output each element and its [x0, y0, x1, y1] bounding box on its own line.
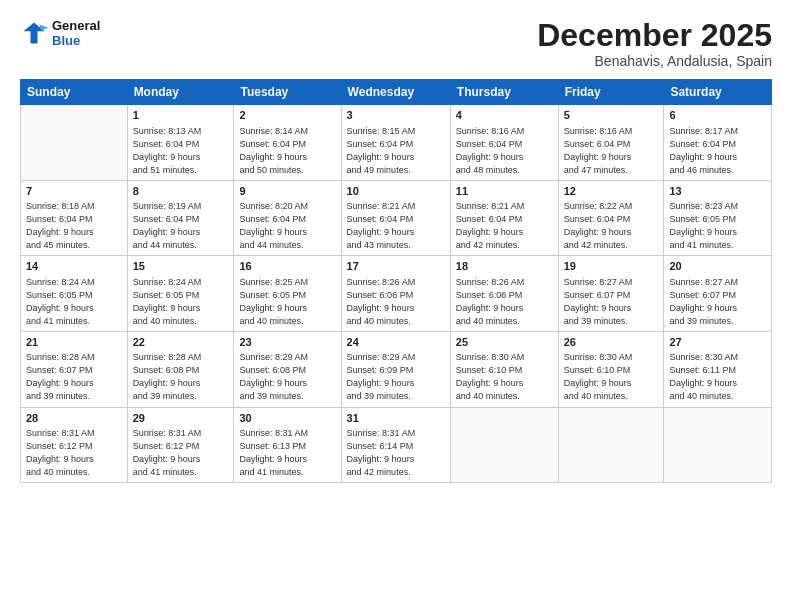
- day-number: 1: [133, 108, 229, 123]
- calendar-cell: [558, 407, 664, 483]
- day-number: 23: [239, 335, 335, 350]
- day-number: 6: [669, 108, 766, 123]
- cell-info: Sunrise: 8:14 AMSunset: 6:04 PMDaylight:…: [239, 125, 335, 177]
- cell-info: Sunrise: 8:24 AMSunset: 6:05 PMDaylight:…: [133, 276, 229, 328]
- calendar-cell: 29Sunrise: 8:31 AMSunset: 6:12 PMDayligh…: [127, 407, 234, 483]
- calendar-cell: 26Sunrise: 8:30 AMSunset: 6:10 PMDayligh…: [558, 331, 664, 407]
- calendar-cell: 25Sunrise: 8:30 AMSunset: 6:10 PMDayligh…: [450, 331, 558, 407]
- cell-info: Sunrise: 8:15 AMSunset: 6:04 PMDaylight:…: [347, 125, 445, 177]
- calendar-cell: 20Sunrise: 8:27 AMSunset: 6:07 PMDayligh…: [664, 256, 772, 332]
- day-number: 18: [456, 259, 553, 274]
- cell-info: Sunrise: 8:25 AMSunset: 6:05 PMDaylight:…: [239, 276, 335, 328]
- calendar-week-row: 1Sunrise: 8:13 AMSunset: 6:04 PMDaylight…: [21, 105, 772, 181]
- calendar-cell: 16Sunrise: 8:25 AMSunset: 6:05 PMDayligh…: [234, 256, 341, 332]
- cell-info: Sunrise: 8:13 AMSunset: 6:04 PMDaylight:…: [133, 125, 229, 177]
- day-number: 24: [347, 335, 445, 350]
- calendar-week-row: 28Sunrise: 8:31 AMSunset: 6:12 PMDayligh…: [21, 407, 772, 483]
- day-number: 5: [564, 108, 659, 123]
- calendar-cell: 9Sunrise: 8:20 AMSunset: 6:04 PMDaylight…: [234, 180, 341, 256]
- cell-info: Sunrise: 8:20 AMSunset: 6:04 PMDaylight:…: [239, 200, 335, 252]
- calendar-cell: 30Sunrise: 8:31 AMSunset: 6:13 PMDayligh…: [234, 407, 341, 483]
- day-number: 3: [347, 108, 445, 123]
- calendar-cell: 22Sunrise: 8:28 AMSunset: 6:08 PMDayligh…: [127, 331, 234, 407]
- calendar-week-row: 7Sunrise: 8:18 AMSunset: 6:04 PMDaylight…: [21, 180, 772, 256]
- logo-icon: [20, 19, 48, 47]
- cell-info: Sunrise: 8:31 AMSunset: 6:12 PMDaylight:…: [26, 427, 122, 479]
- calendar-cell: 23Sunrise: 8:29 AMSunset: 6:08 PMDayligh…: [234, 331, 341, 407]
- calendar-cell: 24Sunrise: 8:29 AMSunset: 6:09 PMDayligh…: [341, 331, 450, 407]
- day-number: 20: [669, 259, 766, 274]
- cell-info: Sunrise: 8:26 AMSunset: 6:06 PMDaylight:…: [347, 276, 445, 328]
- calendar-week-row: 14Sunrise: 8:24 AMSunset: 6:05 PMDayligh…: [21, 256, 772, 332]
- day-number: 14: [26, 259, 122, 274]
- cell-info: Sunrise: 8:31 AMSunset: 6:14 PMDaylight:…: [347, 427, 445, 479]
- day-number: 12: [564, 184, 659, 199]
- calendar-cell: 6Sunrise: 8:17 AMSunset: 6:04 PMDaylight…: [664, 105, 772, 181]
- page: General Blue December 2025 Benahavis, An…: [0, 0, 792, 612]
- cell-info: Sunrise: 8:31 AMSunset: 6:12 PMDaylight:…: [133, 427, 229, 479]
- location-title: Benahavis, Andalusia, Spain: [537, 53, 772, 69]
- calendar-cell: 28Sunrise: 8:31 AMSunset: 6:12 PMDayligh…: [21, 407, 128, 483]
- calendar-cell: 1Sunrise: 8:13 AMSunset: 6:04 PMDaylight…: [127, 105, 234, 181]
- day-number: 19: [564, 259, 659, 274]
- day-header-monday: Monday: [127, 80, 234, 105]
- day-header-saturday: Saturday: [664, 80, 772, 105]
- cell-info: Sunrise: 8:28 AMSunset: 6:08 PMDaylight:…: [133, 351, 229, 403]
- cell-info: Sunrise: 8:17 AMSunset: 6:04 PMDaylight:…: [669, 125, 766, 177]
- calendar-cell: 7Sunrise: 8:18 AMSunset: 6:04 PMDaylight…: [21, 180, 128, 256]
- calendar-cell: 2Sunrise: 8:14 AMSunset: 6:04 PMDaylight…: [234, 105, 341, 181]
- calendar-cell: 17Sunrise: 8:26 AMSunset: 6:06 PMDayligh…: [341, 256, 450, 332]
- day-header-sunday: Sunday: [21, 80, 128, 105]
- cell-info: Sunrise: 8:16 AMSunset: 6:04 PMDaylight:…: [564, 125, 659, 177]
- logo-text: General Blue: [52, 18, 100, 48]
- calendar-cell: 5Sunrise: 8:16 AMSunset: 6:04 PMDaylight…: [558, 105, 664, 181]
- calendar-cell: 3Sunrise: 8:15 AMSunset: 6:04 PMDaylight…: [341, 105, 450, 181]
- calendar-header-row: SundayMondayTuesdayWednesdayThursdayFrid…: [21, 80, 772, 105]
- day-header-wednesday: Wednesday: [341, 80, 450, 105]
- cell-info: Sunrise: 8:27 AMSunset: 6:07 PMDaylight:…: [669, 276, 766, 328]
- cell-info: Sunrise: 8:21 AMSunset: 6:04 PMDaylight:…: [347, 200, 445, 252]
- calendar-cell: 8Sunrise: 8:19 AMSunset: 6:04 PMDaylight…: [127, 180, 234, 256]
- title-block: December 2025 Benahavis, Andalusia, Spai…: [537, 18, 772, 69]
- month-title: December 2025: [537, 18, 772, 53]
- day-number: 13: [669, 184, 766, 199]
- calendar-cell: 27Sunrise: 8:30 AMSunset: 6:11 PMDayligh…: [664, 331, 772, 407]
- cell-info: Sunrise: 8:30 AMSunset: 6:10 PMDaylight:…: [456, 351, 553, 403]
- day-number: 2: [239, 108, 335, 123]
- cell-info: Sunrise: 8:30 AMSunset: 6:11 PMDaylight:…: [669, 351, 766, 403]
- cell-info: Sunrise: 8:22 AMSunset: 6:04 PMDaylight:…: [564, 200, 659, 252]
- header: General Blue December 2025 Benahavis, An…: [20, 18, 772, 69]
- calendar-cell: 12Sunrise: 8:22 AMSunset: 6:04 PMDayligh…: [558, 180, 664, 256]
- day-number: 9: [239, 184, 335, 199]
- calendar-cell: 21Sunrise: 8:28 AMSunset: 6:07 PMDayligh…: [21, 331, 128, 407]
- cell-info: Sunrise: 8:16 AMSunset: 6:04 PMDaylight:…: [456, 125, 553, 177]
- calendar-cell: 15Sunrise: 8:24 AMSunset: 6:05 PMDayligh…: [127, 256, 234, 332]
- day-number: 28: [26, 411, 122, 426]
- day-number: 25: [456, 335, 553, 350]
- calendar-cell: 11Sunrise: 8:21 AMSunset: 6:04 PMDayligh…: [450, 180, 558, 256]
- cell-info: Sunrise: 8:31 AMSunset: 6:13 PMDaylight:…: [239, 427, 335, 479]
- calendar-cell: 13Sunrise: 8:23 AMSunset: 6:05 PMDayligh…: [664, 180, 772, 256]
- day-number: 15: [133, 259, 229, 274]
- cell-info: Sunrise: 8:30 AMSunset: 6:10 PMDaylight:…: [564, 351, 659, 403]
- day-number: 7: [26, 184, 122, 199]
- calendar-cell: 31Sunrise: 8:31 AMSunset: 6:14 PMDayligh…: [341, 407, 450, 483]
- cell-info: Sunrise: 8:23 AMSunset: 6:05 PMDaylight:…: [669, 200, 766, 252]
- day-number: 30: [239, 411, 335, 426]
- day-header-friday: Friday: [558, 80, 664, 105]
- day-number: 10: [347, 184, 445, 199]
- day-number: 21: [26, 335, 122, 350]
- day-number: 4: [456, 108, 553, 123]
- day-number: 29: [133, 411, 229, 426]
- calendar-cell: 4Sunrise: 8:16 AMSunset: 6:04 PMDaylight…: [450, 105, 558, 181]
- calendar-table: SundayMondayTuesdayWednesdayThursdayFrid…: [20, 79, 772, 483]
- day-header-thursday: Thursday: [450, 80, 558, 105]
- cell-info: Sunrise: 8:28 AMSunset: 6:07 PMDaylight:…: [26, 351, 122, 403]
- cell-info: Sunrise: 8:18 AMSunset: 6:04 PMDaylight:…: [26, 200, 122, 252]
- day-number: 16: [239, 259, 335, 274]
- cell-info: Sunrise: 8:29 AMSunset: 6:08 PMDaylight:…: [239, 351, 335, 403]
- calendar-cell: [450, 407, 558, 483]
- day-number: 8: [133, 184, 229, 199]
- day-number: 27: [669, 335, 766, 350]
- day-number: 26: [564, 335, 659, 350]
